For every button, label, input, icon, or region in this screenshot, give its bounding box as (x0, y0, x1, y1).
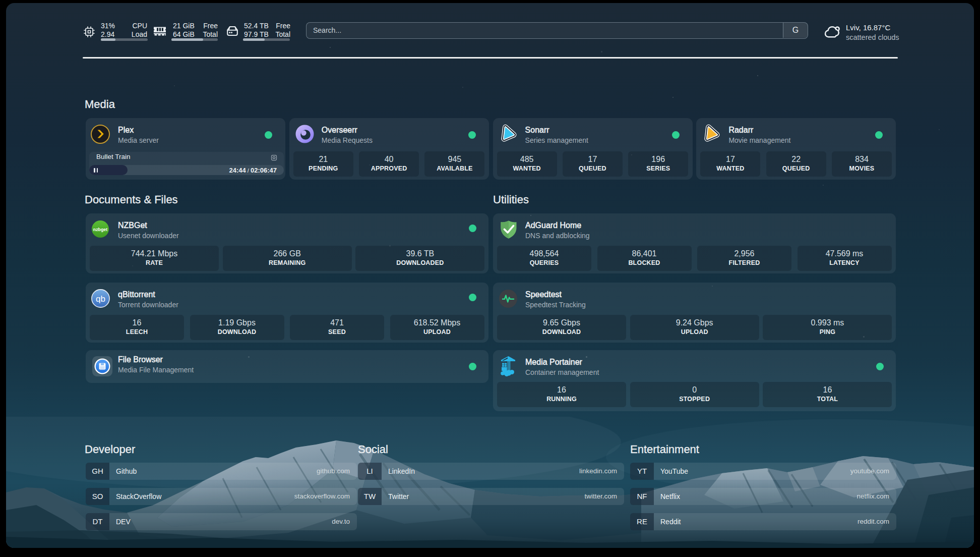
svg-text:qb: qb (96, 294, 105, 304)
svg-text:nzbget: nzbget (93, 227, 107, 232)
